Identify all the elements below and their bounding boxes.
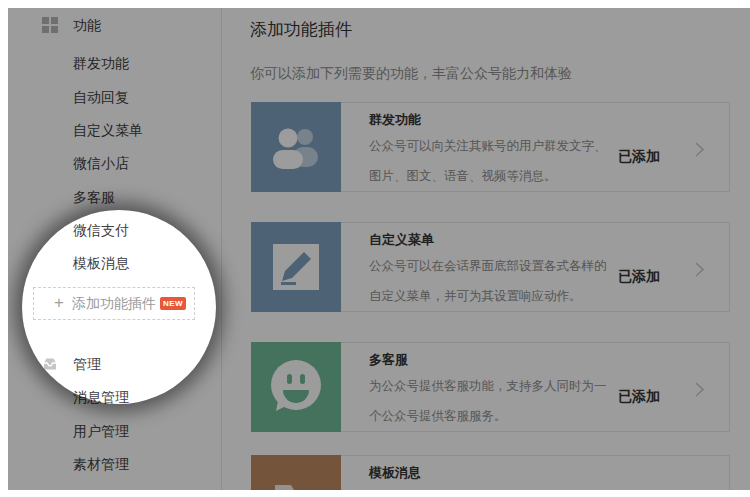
card-description: 公众号可以在会话界面底部设置各式各样的 自定义菜单，并可为其设置响应动作。 xyxy=(369,251,609,311)
group-people-icon xyxy=(251,102,341,192)
sidebar: 功能 群发功能 自动回复 自定义菜单 微信小店 多客服 微信支付 模板消息 + … xyxy=(8,8,222,490)
sidebar-section-manage[interactable]: 管理 xyxy=(8,354,222,374)
status-added: 已添加 xyxy=(618,381,660,411)
plus-icon: + xyxy=(54,288,64,319)
sidebar-item-material-manage[interactable]: 素材管理 xyxy=(8,454,222,474)
sidebar-item-mass-messaging[interactable]: 群发功能 xyxy=(8,53,222,73)
sidebar-section-label: 功能 xyxy=(73,15,101,35)
folder-icon xyxy=(251,455,341,490)
card-description: 为公众号提供客服功能，支持多人同时为一 个公众号提供客服服务。 xyxy=(369,371,609,431)
card-title: 群发功能 xyxy=(369,111,421,129)
new-badge: NEW xyxy=(160,297,186,310)
plugin-card-multi-service[interactable]: 多客服 为公众号提供客服功能，支持多人同时为一 个公众号提供客服服务。 已添加 xyxy=(251,342,730,432)
page-subtitle: 你可以添加下列需要的功能，丰富公众号能力和体验 xyxy=(250,65,572,83)
sidebar-item-wechat-pay[interactable]: 微信支付 xyxy=(8,220,222,240)
sidebar-item-user-manage[interactable]: 用户管理 xyxy=(8,421,222,441)
card-title: 模板消息 xyxy=(369,464,421,482)
plugin-card-mass-messaging[interactable]: 群发功能 公众号可以向关注其账号的用户群发文字、 图片、图文、语音、视频等消息。… xyxy=(251,102,730,192)
sidebar-section-features[interactable]: 功能 xyxy=(8,15,222,35)
sidebar-item-message-manage[interactable]: 消息管理 xyxy=(8,387,222,407)
plugin-card-template-message[interactable]: 模板消息 xyxy=(251,455,730,490)
chevron-right-icon[interactable] xyxy=(694,141,705,158)
inbox-tray-icon xyxy=(42,356,58,372)
page-title: 添加功能插件 xyxy=(250,18,352,41)
smiley-chat-icon xyxy=(251,342,341,432)
plugin-card-custom-menu[interactable]: 自定义菜单 公众号可以在会话界面底部设置各式各样的 自定义菜单，并可为其设置响应… xyxy=(251,222,730,312)
add-plugin-button[interactable]: + 添加功能插件 NEW xyxy=(33,287,195,320)
sidebar-section-label: 管理 xyxy=(73,354,101,374)
card-title: 自定义菜单 xyxy=(369,231,434,249)
card-title: 多客服 xyxy=(369,351,408,369)
main-content: 添加功能插件 你可以添加下列需要的功能，丰富公众号能力和体验 群发功能 xyxy=(223,8,750,490)
status-added: 已添加 xyxy=(618,261,660,291)
add-plugin-label: 添加功能插件 xyxy=(72,288,156,319)
chevron-right-icon[interactable] xyxy=(694,261,705,278)
chevron-right-icon[interactable] xyxy=(694,381,705,398)
card-description: 公众号可以向关注其账号的用户群发文字、 图片、图文、语音、视频等消息。 xyxy=(369,131,609,191)
status-added: 已添加 xyxy=(618,141,660,171)
pencil-icon xyxy=(251,222,341,312)
sidebar-item-wechat-store[interactable]: 微信小店 xyxy=(8,153,222,173)
sidebar-item-template-message[interactable]: 模板消息 xyxy=(8,253,222,273)
sidebar-item-multi-service[interactable]: 多客服 xyxy=(8,187,222,207)
sidebar-item-auto-reply[interactable]: 自动回复 xyxy=(8,87,222,107)
sidebar-item-custom-menu[interactable]: 自定义菜单 xyxy=(8,120,222,140)
app-window: 功能 群发功能 自动回复 自定义菜单 微信小店 多客服 微信支付 模板消息 + … xyxy=(8,8,750,490)
grid-icon xyxy=(42,17,58,33)
